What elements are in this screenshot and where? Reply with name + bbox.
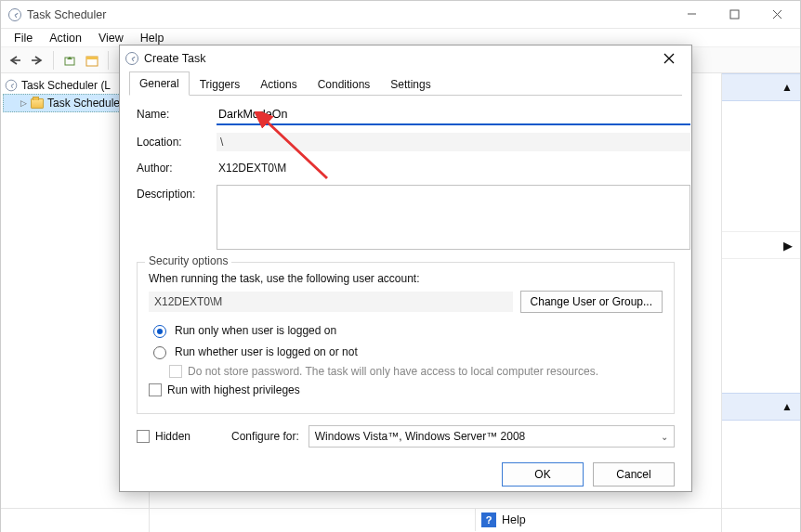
tree-root-label: Task Scheduler (L [21,79,111,92]
sidebar-section[interactable]: ▶ [722,231,800,259]
statusbar: ? Help [1,508,800,531]
dialog-title: Create Task [144,52,205,65]
user-account-value: X12DEXT0\M [149,292,513,312]
radio-logged-or-not-input[interactable] [153,346,166,359]
configure-for-label: Configure for: [231,430,299,443]
window-title: Task Scheduler [27,8,106,21]
ok-button[interactable]: OK [502,462,584,487]
location-label: Location: [137,133,211,149]
radio-logged-on[interactable]: Run only when user is logged on [149,322,663,338]
name-input[interactable] [217,105,690,125]
security-prompt: When running the task, use the following… [149,272,663,285]
radio-logged-or-not-label: Run whether user is logged on or not [175,345,358,358]
no-store-password-label: Do not store password. The task will onl… [188,365,598,378]
dialog-buttons: OK Cancel [120,453,691,487]
dialog-titlebar[interactable]: Create Task [120,45,691,71]
name-label: Name: [137,105,211,121]
maximize-button[interactable] [713,1,755,29]
titlebar: Task Scheduler [1,1,800,29]
chevron-up-icon: ▲ [781,81,793,94]
bottom-row: Hidden Configure for: Windows Vista™, Wi… [120,420,691,453]
hidden-checkbox[interactable]: Hidden [137,430,190,443]
menu-view[interactable]: View [91,30,131,46]
cancel-button[interactable]: Cancel [593,462,675,487]
author-label: Author: [137,159,211,175]
general-form: Name: Location: \ Author: X12DEXT0\M Des… [120,96,691,256]
clock-icon [6,80,18,92]
location-value: \ [217,133,690,151]
chevron-down-icon: ⌄ [661,432,668,442]
close-button[interactable] [755,1,798,29]
menu-action[interactable]: Action [42,30,89,46]
help-icon: ? [481,513,496,527]
tab-triggers[interactable]: Triggers [190,72,251,96]
sidebar-section[interactable]: ▲ [722,73,800,101]
tab-settings[interactable]: Settings [380,72,440,96]
chevron-right-icon: ▶ [783,239,793,253]
back-button[interactable] [5,50,25,71]
highest-privileges-label: Run with highest privileges [167,383,300,396]
description-label: Description: [137,185,211,201]
svg-rect-1 [730,10,739,19]
radio-logged-on-label: Run only when user is logged on [175,324,336,337]
actions-sidebar: ▲ ▶ ▲ [721,73,800,532]
tab-general[interactable]: General [129,71,190,96]
no-store-password: Do not store password. The task will onl… [169,365,663,378]
security-legend: Security options [145,254,231,267]
tab-conditions[interactable]: Conditions [308,72,381,96]
minimize-button[interactable] [670,1,713,29]
change-user-button[interactable]: Change User or Group... [520,291,663,313]
configure-for-select[interactable]: Windows Vista™, Windows Server™ 2008 ⌄ [309,425,675,448]
window-controls [670,1,798,29]
status-help[interactable]: ? Help [475,509,800,531]
radio-logged-or-not[interactable]: Run whether user is logged on or not [149,344,663,359]
checkbox-icon[interactable] [137,430,150,443]
up-button[interactable] [59,50,80,71]
tree-library-label: Task Schedule [47,97,120,110]
svg-rect-8 [86,57,98,59]
sidebar-section[interactable]: ▲ [722,393,800,421]
highest-privileges[interactable]: Run with highest privileges [149,383,663,396]
hidden-label: Hidden [155,430,190,443]
calendar-icon[interactable] [82,50,102,71]
security-options-group: Security options When running the task, … [137,262,675,414]
tab-actions[interactable]: Actions [250,72,307,96]
clock-icon [8,8,21,21]
menu-file[interactable]: File [7,30,40,46]
description-input[interactable] [217,185,690,250]
chevron-up-icon: ▲ [781,400,793,413]
menu-help[interactable]: Help [133,30,172,46]
dialog-close-button[interactable] [652,46,686,71]
configure-for-value: Windows Vista™, Windows Server™ 2008 [315,430,526,443]
forward-button[interactable] [27,50,47,71]
dialog-tabs: General Triggers Actions Conditions Sett… [120,71,691,95]
create-task-dialog: Create Task General Triggers Actions Con… [119,45,692,492]
status-help-label: Help [502,513,526,526]
checkbox-icon[interactable] [149,383,162,396]
folder-icon [31,98,44,109]
checkbox-disabled-icon [169,365,182,378]
author-value: X12DEXT0\M [217,159,690,177]
radio-logged-on-input[interactable] [153,325,166,338]
clock-icon [125,52,138,65]
